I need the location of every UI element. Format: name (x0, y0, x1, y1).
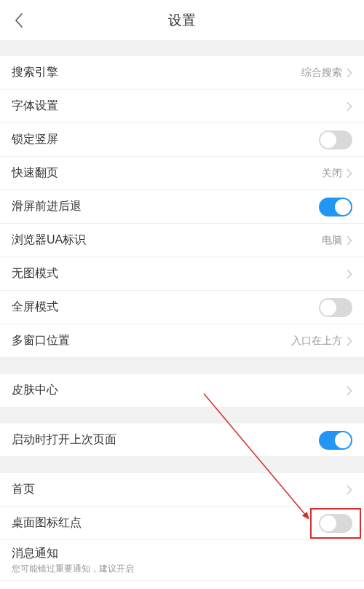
settings-row[interactable]: 多窗口位置入口在上方 (0, 324, 364, 358)
row-label: 多窗口位置 (12, 333, 70, 348)
row-value: 入口在上方 (291, 335, 342, 348)
header: 设置 (0, 0, 364, 40)
settings-row: 消息通知您可能错过重要通知，建议开启 (0, 540, 364, 581)
chevron-right-icon (347, 386, 352, 396)
settings-row[interactable]: 字体设置 (0, 90, 364, 123)
toggle-switch[interactable] (319, 514, 352, 533)
row-label: 全屏模式 (12, 300, 58, 315)
row-value: 关闭 (322, 167, 342, 180)
row-subtitle: 您可能错过重要通知，建议开启 (12, 563, 134, 575)
row-value: 电脑 (322, 234, 342, 247)
settings-row[interactable]: 无图模式 (0, 257, 364, 291)
toggle-switch[interactable] (319, 198, 352, 217)
settings-row: 桌面图标红点 (0, 507, 364, 540)
row-label: 启动时打开上次页面 (12, 432, 116, 448)
chevron-right-icon (347, 485, 352, 495)
row-label: 搜索引擎 (12, 65, 58, 80)
row-label: 桌面图标红点 (12, 515, 82, 531)
page-title: 设置 (168, 11, 196, 30)
toggle-switch[interactable] (319, 298, 352, 317)
chevron-right-icon (347, 68, 352, 78)
row-label: 浏览器UA标识 (12, 233, 86, 248)
settings-row[interactable]: 搜索引擎综合搜索 (0, 56, 364, 90)
row-label: 皮肤中心 (12, 383, 58, 398)
settings-row: 滑屏前进后退 (0, 190, 364, 224)
chevron-right-icon (347, 168, 352, 179)
settings-row[interactable]: 皮肤中心 (0, 374, 364, 407)
settings-row: 启动时打开上次页面 (0, 424, 364, 457)
row-label: 快速翻页 (12, 165, 58, 181)
row-label: 滑屏前进后退 (12, 199, 82, 214)
chevron-right-icon (347, 269, 352, 279)
settings-row[interactable]: 浏览器UA标识电脑 (0, 224, 364, 257)
back-icon[interactable] (12, 13, 26, 28)
row-value: 综合搜索 (301, 66, 342, 79)
settings-row[interactable]: 首页 (0, 473, 364, 507)
settings-list: 搜索引擎综合搜索字体设置锁定竖屏快速翻页关闭滑屏前进后退浏览器UA标识电脑无图模… (0, 40, 364, 589)
chevron-right-icon (347, 101, 352, 112)
settings-row[interactable]: 文件设置 (0, 581, 364, 589)
settings-row[interactable]: 快速翻页关闭 (0, 157, 364, 190)
row-label: 无图模式 (12, 266, 58, 281)
chevron-right-icon (347, 235, 352, 246)
row-label: 字体设置 (12, 98, 58, 114)
row-label: 锁定竖屏 (12, 132, 58, 147)
settings-row: 锁定竖屏 (0, 123, 364, 157)
toggle-switch[interactable] (319, 130, 352, 149)
settings-row: 全屏模式 (0, 291, 364, 324)
toggle-switch[interactable] (319, 431, 352, 450)
row-label: 首页 (12, 482, 35, 497)
chevron-right-icon (347, 336, 352, 346)
row-label: 消息通知 (12, 546, 58, 561)
